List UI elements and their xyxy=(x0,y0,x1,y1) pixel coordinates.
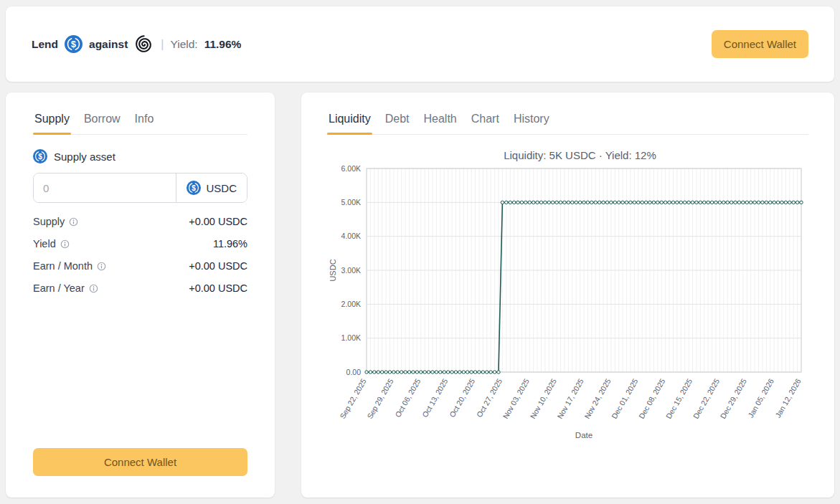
liquidity-chart[interactable]: 0.001.00K2.00K3.00K4.00K5.00K6.00KSep 22… xyxy=(327,163,808,444)
usdc-icon: $ xyxy=(187,181,201,195)
stat-label: Earn / Year xyxy=(33,282,85,294)
page: Lend $ against | Yield: 11.96% Connect W… xyxy=(0,0,840,504)
stat-label: Supply xyxy=(33,216,65,227)
svg-text:5.00K: 5.00K xyxy=(341,198,361,206)
svg-text:Dec 08, 2025: Dec 08, 2025 xyxy=(637,377,667,420)
svg-text:Oct 20, 2025: Oct 20, 2025 xyxy=(448,377,477,419)
svg-text:Jan 12, 2026: Jan 12, 2026 xyxy=(773,377,803,419)
svg-text:Dec 01, 2025: Dec 01, 2025 xyxy=(610,377,640,420)
svg-text:3.00K: 3.00K xyxy=(341,266,361,275)
usdc-icon: $ xyxy=(65,35,82,53)
yield-value: 11.96% xyxy=(204,38,242,51)
stat-label: Earn / Month xyxy=(33,260,93,272)
tab-health[interactable]: Health xyxy=(423,111,458,134)
tab-borrow[interactable]: Borrow xyxy=(82,111,122,134)
svg-text:Nov 17, 2025: Nov 17, 2025 xyxy=(555,377,585,420)
stat-row-supply: Supply +0.00 USDC xyxy=(33,216,247,227)
usdc-icon: $ xyxy=(33,149,47,163)
stat-value: 11.96% xyxy=(213,238,247,249)
svg-text:Nov 10, 2025: Nov 10, 2025 xyxy=(528,377,558,420)
svg-text:$: $ xyxy=(192,184,197,192)
chart-tabs: Liquidity Debt Health Chart History xyxy=(327,111,808,135)
svg-text:Nov 03, 2025: Nov 03, 2025 xyxy=(501,377,531,420)
svg-text:Oct 06, 2025: Oct 06, 2025 xyxy=(393,377,423,419)
svg-text:Nov 24, 2025: Nov 24, 2025 xyxy=(582,377,613,420)
svg-text:0.00: 0.00 xyxy=(346,368,362,376)
tab-info[interactable]: Info xyxy=(133,111,156,134)
chart-title: Liquidity: 5K USDC · Yield: 12% xyxy=(327,149,808,161)
connect-wallet-button[interactable]: Connect Wallet xyxy=(712,30,808,58)
separator: | xyxy=(161,38,164,51)
top-bar: Lend $ against | Yield: 11.96% Connect W… xyxy=(6,6,834,82)
connect-wallet-button[interactable]: Connect Wallet xyxy=(33,448,247,476)
chart-area: Liquidity: 5K USDC · Yield: 12% 0.001.00… xyxy=(327,135,808,444)
yield-label: Yield: xyxy=(170,38,197,51)
tab-debt[interactable]: Debt xyxy=(384,111,411,134)
tab-supply[interactable]: Supply xyxy=(33,111,71,134)
info-icon[interactable] xyxy=(69,217,78,227)
svg-text:Jan 05, 2026: Jan 05, 2026 xyxy=(746,377,775,419)
stat-row-yield: Yield 11.96% xyxy=(33,238,247,249)
asset-select-label: USDC xyxy=(206,182,237,194)
svg-text:$: $ xyxy=(71,39,76,49)
market-summary: Lend $ against | Yield: 11.96% xyxy=(32,34,241,54)
svg-text:Date: Date xyxy=(575,431,593,439)
stat-value: +0.00 USDC xyxy=(189,260,247,272)
stat-value: +0.00 USDC xyxy=(189,216,247,227)
supply-asset-row: $ Supply asset xyxy=(33,149,247,163)
stat-row-earn-year: Earn / Year +0.00 USDC xyxy=(33,282,247,294)
svg-text:Oct 13, 2025: Oct 13, 2025 xyxy=(420,377,450,419)
svg-text:Dec 15, 2025: Dec 15, 2025 xyxy=(664,377,694,420)
content: Supply Borrow Info $ Supply asset xyxy=(6,92,834,498)
spiral-logo-icon xyxy=(134,34,154,54)
svg-text:2.00K: 2.00K xyxy=(341,300,361,308)
supply-tabs: Supply Borrow Info xyxy=(33,111,247,135)
supply-asset-label: Supply asset xyxy=(54,151,115,163)
lend-label: Lend xyxy=(32,38,58,51)
stat-value: +0.00 USDC xyxy=(189,282,247,294)
amount-input[interactable] xyxy=(34,173,176,202)
amount-input-group: $ USDC xyxy=(33,173,247,203)
svg-text:Dec 29, 2025: Dec 29, 2025 xyxy=(718,377,748,420)
info-icon[interactable] xyxy=(97,262,106,271)
info-icon[interactable] xyxy=(89,284,98,293)
svg-text:USDC: USDC xyxy=(329,259,337,281)
info-icon[interactable] xyxy=(60,239,70,249)
against-label: against xyxy=(89,38,128,51)
svg-text:Dec 22, 2025: Dec 22, 2025 xyxy=(691,377,721,420)
supply-stats: Supply +0.00 USDC Yield 11.96% Earn / Mo… xyxy=(33,216,247,305)
tab-liquidity[interactable]: Liquidity xyxy=(327,111,372,134)
svg-text:Sep 29, 2025: Sep 29, 2025 xyxy=(365,377,395,420)
svg-text:4.00K: 4.00K xyxy=(341,232,361,240)
tab-history[interactable]: History xyxy=(512,111,551,134)
chart-panel: Liquidity Debt Health Chart History Liqu… xyxy=(301,92,834,498)
asset-select[interactable]: $ USDC xyxy=(176,173,247,202)
svg-text:Oct 27, 2025: Oct 27, 2025 xyxy=(475,377,504,419)
svg-text:Sep 22, 2025: Sep 22, 2025 xyxy=(338,377,368,420)
svg-text:6.00K: 6.00K xyxy=(341,164,361,173)
stat-row-earn-month: Earn / Month +0.00 USDC xyxy=(33,260,247,272)
tab-chart[interactable]: Chart xyxy=(470,111,501,134)
svg-text:1.00K: 1.00K xyxy=(341,333,361,342)
svg-text:$: $ xyxy=(38,153,42,161)
supply-panel: Supply Borrow Info $ Supply asset xyxy=(6,92,275,498)
stat-label: Yield xyxy=(33,238,56,249)
